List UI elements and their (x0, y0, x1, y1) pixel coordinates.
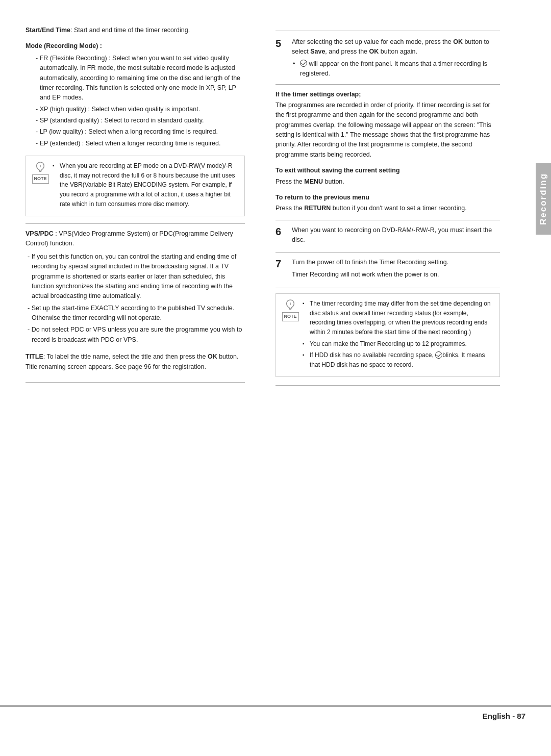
startend-label: Start/End Time (26, 27, 70, 34)
right-column: 5 After selecting the set up value for e… (260, 20, 520, 705)
sidebar-tab: Recording (536, 163, 551, 235)
note-item-1-0: When you are recording at EP mode on a D… (53, 161, 237, 209)
note-content-2: The timer recording time may differ from… (303, 299, 492, 371)
step-7-block: 7 Turn the power off to finish the Timer… (276, 258, 500, 282)
footer-bar: English - 87 (0, 705, 551, 725)
note-box-2: NOTE The timer recording time may differ… (276, 293, 500, 377)
content-area: Start/End Time: Start and end time of th… (0, 20, 551, 705)
divider-after-return (276, 220, 500, 220)
note-item-2-0: The timer recording time may differ from… (303, 299, 492, 337)
step-6-block: 6 When you want to recording on DVD-RAM/… (276, 225, 500, 247)
step-6-text: When you want to recording on DVD-RAM/-R… (292, 225, 500, 245)
note-label-1: NOTE (32, 174, 49, 184)
page: Start/End Time: Start and end time of th… (0, 0, 551, 756)
note-list-2: The timer recording time may differ from… (303, 299, 492, 369)
startend-text: Start/End Time: Start and end time of th… (26, 26, 245, 35)
note-list-1: When you are recording at EP mode on a D… (53, 161, 237, 209)
title-section: TITLE: To label the title name, select t… (26, 352, 245, 372)
note-label-2: NOTE (282, 312, 299, 321)
footer-text: English - 87 (483, 712, 525, 720)
mode-items: - FR (Flexible Recording) : Select when … (26, 54, 245, 148)
exit-text: Press the MENU button. (276, 177, 500, 187)
mode-label: Mode (Recording Mode) : (26, 41, 245, 51)
mode-item-0: - FR (Flexible Recording) : Select when … (34, 54, 245, 103)
step-5-num: 5 (276, 37, 287, 79)
step-5-sub: will appear on the front panel. It means… (292, 59, 500, 79)
note-content-1: When you are recording at EP mode on a D… (53, 161, 237, 211)
step-6-content: When you want to recording on DVD-RAM/-R… (292, 225, 500, 247)
divider-bottom-left (26, 382, 245, 383)
vpspdc-label-line: VPS/PDC : VPS(Video Programme System) or… (26, 229, 245, 249)
note-box-1: NOTE When you are recording at EP mode o… (26, 156, 245, 216)
exit-section: To exit without saving the current setti… (276, 166, 500, 187)
vpspdc-section: VPS/PDC : VPS(Video Programme System) or… (26, 229, 245, 345)
mode-item-1: - XP (high quality) : Select when video … (34, 105, 245, 114)
overlap-section: If the timer settings overlap; The progr… (276, 90, 500, 160)
step-5-content: After selecting the set up value for eac… (292, 37, 500, 79)
divider-before-note2 (276, 288, 500, 288)
title-text: TITLE: To label the title name, select t… (26, 352, 245, 372)
note-item-2-1: You can make the Timer Recording up to 1… (303, 339, 492, 349)
return-section: To return to the previous menu Press the… (276, 193, 500, 214)
step-5-block: 5 After selecting the set up value for e… (276, 37, 500, 79)
vpspdc-item-0: - If you set this function on, you can c… (26, 252, 245, 301)
left-column: Start/End Time: Start and end time of th… (0, 20, 260, 705)
startend-colon: : Start and end time of the timer record… (70, 27, 190, 34)
divider-1 (26, 223, 245, 224)
vpspdc-colon: : VPS(Video Programme System) or PDC(Pro… (26, 230, 233, 247)
note-icon-1: NOTE (33, 161, 47, 184)
return-text: Press the RETURN button if you don't wan… (276, 204, 500, 213)
vpspdc-label: VPS/PDC (26, 230, 54, 237)
return-heading: To return to the previous menu (276, 193, 500, 203)
overlap-heading: If the timer settings overlap; (276, 90, 500, 99)
step-5-text: After selecting the set up value for eac… (292, 37, 500, 57)
note-svg-icon-1 (35, 161, 46, 172)
mode-item-2: - SP (standard quality) : Select to reco… (34, 116, 245, 125)
overlap-text: The programmes are recorded in order of … (276, 100, 500, 160)
vpspdc-items: - If you set this function on, you can c… (26, 252, 245, 345)
divider-top-right (276, 31, 500, 31)
title-label: TITLE (26, 353, 43, 360)
circle-icon-step5 (300, 60, 307, 67)
step-7-content: Turn the power off to finish the Timer R… (292, 258, 500, 282)
note-item-2-2: If HDD disk has no available recording s… (303, 350, 492, 369)
step-7-text1: Turn the power off to finish the Timer R… (292, 258, 500, 267)
mode-item-3: - LP (low quality) : Select when a long … (34, 127, 245, 137)
mode-section: Mode (Recording Mode) : - FR (Flexible R… (26, 41, 245, 148)
vpspdc-item-1: - Set up the start-time EXACTLY accordin… (26, 304, 245, 323)
vpspdc-item-2: - Do not select PDC or VPS unless you ar… (26, 325, 245, 345)
divider-after-step6 (276, 252, 500, 253)
exit-heading: To exit without saving the current setti… (276, 166, 500, 175)
step-6-num: 6 (276, 225, 287, 247)
mode-item-4: - EP (extended) : Select when a longer r… (34, 139, 245, 148)
note-svg-icon-2 (285, 299, 296, 310)
step-7-num: 7 (276, 258, 287, 282)
note-icon-2: NOTE (283, 299, 297, 321)
circle-icon-note2 (435, 351, 442, 359)
startend-section: Start/End Time: Start and end time of th… (26, 26, 245, 35)
divider-after-step5 (276, 84, 500, 85)
divider-bottom-right (276, 385, 500, 386)
step-7-text2: Timer Recording will not work when the p… (292, 270, 500, 280)
